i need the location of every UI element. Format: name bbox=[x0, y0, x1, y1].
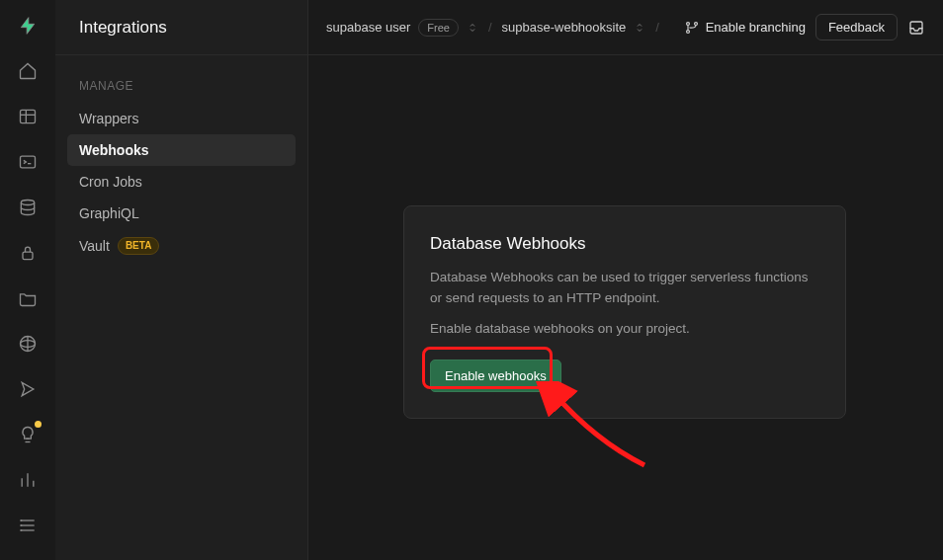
sidebar-item-graphiql[interactable]: GraphiQL bbox=[67, 198, 296, 229]
webhooks-card: Database Webhooks Database Webhooks can … bbox=[403, 205, 846, 419]
sidebar-item-vault[interactable]: Vault BETA bbox=[67, 229, 296, 263]
main-column: supabase user Free / supbase-webhooksite… bbox=[308, 0, 943, 560]
sidebar-item-cron-jobs[interactable]: Cron Jobs bbox=[67, 166, 296, 198]
table-editor-icon[interactable] bbox=[16, 105, 40, 128]
sidebar-item-label: Vault bbox=[79, 238, 110, 254]
sidebar-item-webhooks[interactable]: Webhooks bbox=[67, 134, 296, 166]
home-icon[interactable] bbox=[16, 59, 40, 83]
svg-rect-3 bbox=[21, 156, 36, 168]
database-icon[interactable] bbox=[16, 196, 40, 219]
icon-rail bbox=[0, 0, 55, 560]
reports-icon[interactable] bbox=[16, 468, 40, 492]
enable-webhooks-button[interactable]: Enable webhooks bbox=[430, 360, 561, 392]
logs-icon[interactable] bbox=[16, 514, 40, 537]
topbar: supabase user Free / supbase-webhooksite… bbox=[308, 0, 943, 55]
plan-badge: Free bbox=[418, 19, 459, 37]
enable-branching-button[interactable]: Enable branching bbox=[684, 20, 806, 36]
svg-rect-0 bbox=[21, 110, 36, 122]
svg-point-17 bbox=[21, 530, 22, 531]
svg-point-5 bbox=[21, 200, 34, 205]
inbox-icon bbox=[907, 19, 925, 37]
sidebar-item-label: Wrappers bbox=[79, 111, 138, 126]
svg-rect-6 bbox=[23, 252, 33, 259]
sidebar-item-wrappers[interactable]: Wrappers bbox=[67, 103, 296, 134]
sql-editor-icon[interactable] bbox=[16, 150, 40, 174]
chevron-up-down-icon bbox=[634, 22, 645, 34]
sidebar: Integrations MANAGE Wrappers Webhooks Cr… bbox=[55, 0, 308, 560]
card-description: Database Webhooks can be used to trigger… bbox=[430, 268, 819, 309]
card-hint: Enable database webhooks on your project… bbox=[430, 319, 819, 340]
breadcrumb-separator: / bbox=[488, 20, 492, 35]
beta-badge: BETA bbox=[118, 237, 159, 255]
notification-dot bbox=[35, 421, 42, 428]
svg-point-16 bbox=[21, 525, 22, 526]
sidebar-item-label: Webhooks bbox=[79, 142, 149, 158]
app-root: Integrations MANAGE Wrappers Webhooks Cr… bbox=[0, 0, 943, 560]
breadcrumb-separator: / bbox=[655, 20, 659, 35]
edge-functions-icon[interactable] bbox=[16, 332, 40, 356]
advisors-icon[interactable] bbox=[16, 423, 40, 446]
org-name: supabase user bbox=[326, 20, 410, 35]
logo[interactable] bbox=[16, 14, 40, 38]
feedback-button[interactable]: Feedback bbox=[815, 14, 898, 40]
page-title: Integrations bbox=[55, 0, 307, 55]
auth-icon[interactable] bbox=[16, 241, 40, 265]
content-area: Database Webhooks Database Webhooks can … bbox=[308, 55, 943, 560]
enable-branching-label: Enable branching bbox=[706, 20, 806, 35]
inbox-button[interactable] bbox=[907, 19, 925, 37]
project-switcher[interactable]: supbase-webhooksite bbox=[502, 20, 646, 35]
card-title: Database Webhooks bbox=[430, 234, 819, 254]
branch-icon bbox=[684, 20, 700, 36]
sidebar-item-label: Cron Jobs bbox=[79, 174, 142, 190]
sidebar-section-label: MANAGE bbox=[55, 55, 307, 103]
svg-point-19 bbox=[694, 22, 697, 25]
storage-icon[interactable] bbox=[16, 286, 40, 310]
svg-point-15 bbox=[21, 520, 22, 521]
project-name: supbase-webhooksite bbox=[502, 20, 627, 35]
realtime-icon[interactable] bbox=[16, 377, 40, 401]
org-switcher[interactable]: supabase user Free bbox=[326, 19, 478, 37]
svg-point-18 bbox=[686, 22, 689, 25]
chevron-up-down-icon bbox=[467, 22, 478, 34]
svg-point-20 bbox=[686, 30, 689, 33]
sidebar-item-label: GraphiQL bbox=[79, 205, 139, 221]
